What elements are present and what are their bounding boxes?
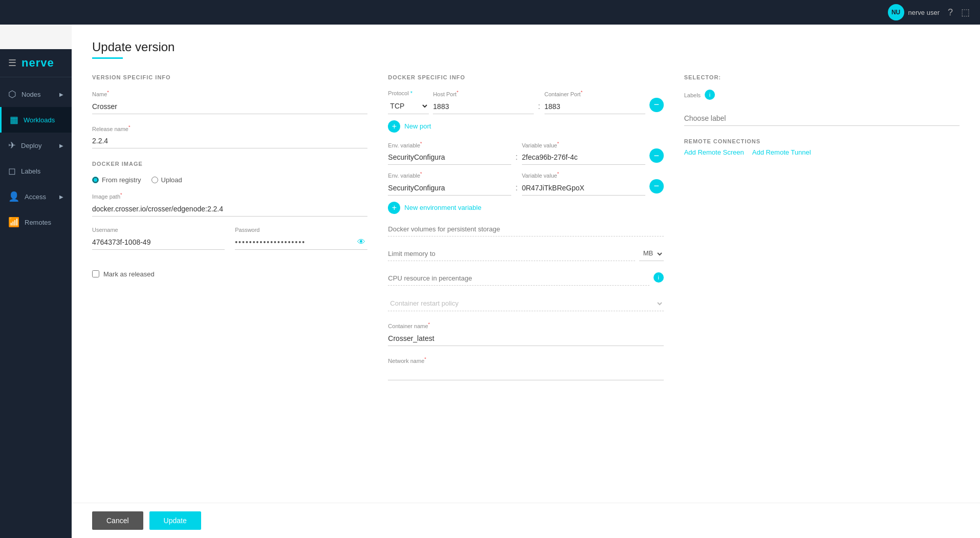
remote-links: Add Remote Screen Add Remote Tunnel	[684, 148, 960, 156]
sidebar-item-access[interactable]: 👤 Access ▶	[0, 184, 72, 209]
remote-connections-label: REMOTE CONNECTIONS	[684, 138, 960, 144]
sidebar-item-nodes[interactable]: ⬡ Nodes ▶	[0, 81, 72, 107]
cpu-row: i	[388, 271, 663, 286]
plus-icon: +	[388, 120, 400, 133]
env-name-field-1: Env. variable*	[388, 141, 511, 165]
user-info: NU nerve user	[888, 4, 940, 20]
remove-env-button-1[interactable]: −	[649, 148, 664, 163]
sidebar-item-remotes[interactable]: 📶 Remotes	[0, 209, 72, 235]
new-env-button[interactable]: + New environment variable	[388, 202, 481, 214]
env-name-field-2: Env. variable*	[388, 171, 511, 196]
help-icon[interactable]: ?	[948, 7, 953, 18]
image-path-input[interactable]	[92, 202, 367, 217]
env-row-2: Env. variable* : Variable value* −	[388, 171, 663, 196]
arrow-icon: ▶	[59, 143, 63, 148]
env-name-input-1[interactable]	[388, 150, 511, 165]
restart-policy-row: Container restart policy no always on-fa…	[388, 296, 663, 311]
mark-released-checkbox-label[interactable]: Mark as released	[92, 270, 367, 278]
avatar: NU	[888, 4, 904, 20]
from-registry-option[interactable]: From registry	[92, 176, 141, 184]
cpu-input[interactable]	[388, 271, 649, 286]
sidebar-nav: ⬡ Nodes ▶ ▦ Workloads ✈ Deploy ▶ ◻ Label…	[0, 77, 72, 538]
topbar: NU nerve user ? ⬚	[0, 0, 980, 25]
container-port-field: Container Port*	[545, 90, 645, 114]
labels-row: Labels i	[684, 90, 960, 103]
name-input[interactable]	[92, 99, 367, 114]
sidebar-item-workloads[interactable]: ▦ Workloads	[0, 107, 72, 133]
memory-unit-select[interactable]: MB GB	[639, 247, 664, 261]
username-field-group: Username	[92, 227, 225, 250]
restart-policy-select[interactable]: Container restart policy no always on-fa…	[388, 296, 663, 311]
cancel-button[interactable]: Cancel	[92, 511, 143, 530]
sidebar-item-labels[interactable]: ◻ Labels	[0, 158, 72, 184]
container-name-input[interactable]	[388, 331, 663, 346]
from-registry-radio[interactable]	[92, 177, 99, 183]
docker-source-group: From registry Upload	[92, 176, 367, 184]
sidebar-item-deploy[interactable]: ✈ Deploy ▶	[0, 133, 72, 158]
labels-input[interactable]	[684, 111, 960, 126]
username-label: Username	[92, 227, 225, 233]
logo: nerve	[21, 56, 54, 70]
limit-memory-field	[388, 247, 635, 261]
protocol-select[interactable]: TCP UDP	[388, 98, 429, 114]
new-port-label: New port	[404, 122, 431, 130]
remove-env-button-2[interactable]: −	[649, 179, 664, 193]
container-port-input[interactable]	[545, 99, 645, 114]
env-name-input-2[interactable]	[388, 181, 511, 196]
add-remote-tunnel-link[interactable]: Add Remote Tunnel	[752, 148, 811, 156]
network-name-label: Network name*	[388, 356, 663, 364]
new-port-button[interactable]: + New port	[388, 120, 431, 133]
password-label: Password	[235, 227, 367, 233]
main-wrapper: ☰ nerve ⬡ Nodes ▶ ▦ Workloads ✈ Deploy ▶…	[0, 25, 980, 538]
release-input[interactable]	[92, 134, 367, 148]
arrow-icon: ▶	[59, 194, 63, 200]
limit-memory-input[interactable]	[388, 247, 635, 261]
env-val-field-1: Variable value*	[522, 141, 645, 165]
name-label: Name*	[92, 90, 367, 97]
main-content: Update version VERSION SPECIFIC INFO Nam…	[72, 25, 980, 538]
host-port-field: Host Port*	[433, 90, 534, 114]
labels-info-icon[interactable]: i	[705, 90, 715, 100]
limit-memory-row: MB GB	[388, 247, 663, 261]
sidebar-header: ☰ nerve	[0, 49, 72, 77]
hamburger-icon[interactable]: ☰	[8, 57, 16, 69]
sidebar-label-labels: Labels	[21, 167, 40, 175]
mark-released-checkbox[interactable]	[92, 270, 99, 277]
password-wrap: 👁	[235, 235, 367, 250]
image-path-field-group: Image path*	[92, 192, 367, 217]
container-name-field-group: Container name*	[388, 321, 663, 346]
arrow-icon: ▶	[59, 92, 63, 97]
container-name-label: Container name*	[388, 321, 663, 329]
remote-connections: REMOTE CONNECTIONS Add Remote Screen Add…	[684, 138, 960, 156]
sidebar-label-workloads: Workloads	[24, 116, 55, 124]
host-port-input[interactable]	[433, 99, 534, 114]
cpu-info-icon[interactable]: i	[654, 272, 664, 283]
credentials-row: Username Password 👁	[92, 227, 367, 260]
deploy-icon: ✈	[8, 140, 16, 151]
release-label: Release name*	[92, 124, 367, 132]
env-val-input-2[interactable]	[522, 181, 645, 196]
network-name-input[interactable]	[388, 365, 663, 380]
volumes-input[interactable]	[388, 222, 663, 236]
sidebar-label-nodes: Nodes	[21, 91, 41, 98]
nodes-icon: ⬡	[8, 89, 16, 100]
image-path-label: Image path*	[92, 192, 367, 200]
add-remote-screen-link[interactable]: Add Remote Screen	[684, 148, 744, 156]
page-title-underline	[92, 57, 123, 59]
env-row-1: Env. variable* : Variable value* −	[388, 141, 663, 165]
username-display: nerve user	[908, 9, 940, 16]
username-input[interactable]	[92, 235, 225, 250]
upload-radio[interactable]	[151, 177, 158, 183]
show-password-icon[interactable]: 👁	[357, 238, 365, 247]
env-val-input-1[interactable]	[522, 150, 645, 165]
upload-option[interactable]: Upload	[151, 176, 182, 184]
workloads-icon: ▦	[10, 114, 18, 125]
password-input[interactable]	[235, 235, 367, 250]
remove-port-button[interactable]: −	[649, 98, 664, 112]
sidebar-label-access: Access	[25, 193, 46, 201]
logout-icon[interactable]: ⬚	[961, 7, 970, 18]
update-button[interactable]: Update	[149, 511, 201, 530]
plus-icon-env: +	[388, 202, 400, 214]
port-row: Protocol * TCP UDP Host Port*	[388, 90, 663, 114]
protocol-label: Protocol *	[388, 90, 429, 96]
